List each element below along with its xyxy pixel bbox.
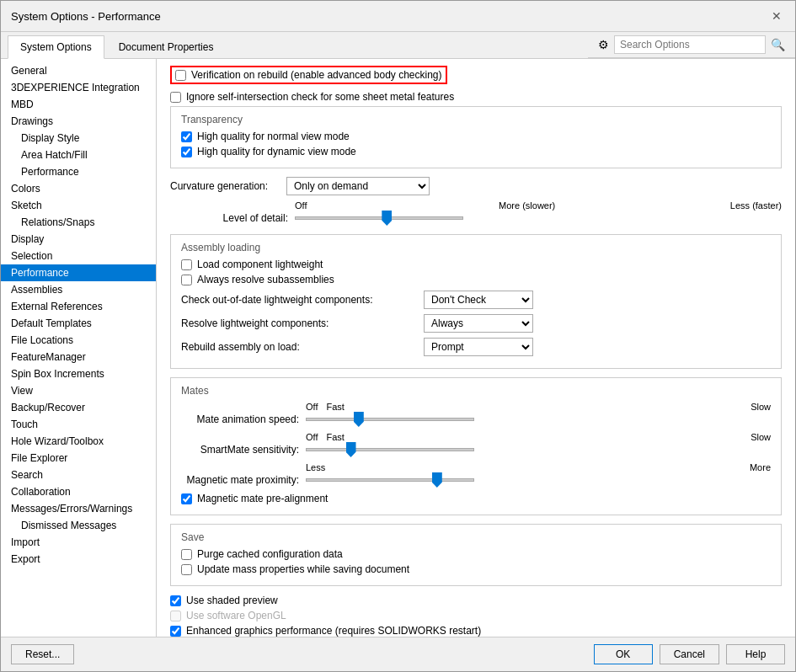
magnetic-prealignment-label: Magnetic mate pre-alignment [197, 493, 328, 504]
curvature-generation-select[interactable]: Only on demand Always Never [286, 177, 430, 195]
reset-button[interactable]: Reset... [11, 644, 74, 664]
main-panel: Verification on rebuild (enable advanced… [157, 59, 795, 637]
sidebar-item-view[interactable]: View [1, 382, 156, 399]
smartmate-off-label: Off [306, 432, 318, 442]
mate-slow-label: Slow [751, 402, 771, 412]
sidebar-item-dismissed-messages[interactable]: Dismissed Messages [1, 517, 156, 534]
sidebar-item-selection[interactable]: Selection [1, 248, 156, 264]
sidebar-item-relations-snaps[interactable]: Relations/Snaps [1, 214, 156, 231]
level-of-detail-slider[interactable] [295, 216, 463, 220]
sidebar-item-featuremanager[interactable]: FeatureManager [1, 349, 156, 365]
rebuild-assembly-select[interactable]: Prompt Always Never [424, 338, 533, 356]
sidebar-item-export[interactable]: Export [1, 551, 156, 568]
content-area: General 3DEXPERIENCE Integration MBD Dra… [1, 59, 795, 637]
sidebar-item-import[interactable]: Import [1, 534, 156, 551]
purge-cached-row: Purge cached configuration data [181, 548, 771, 560]
mate-fast-label: Fast [326, 402, 344, 412]
help-button[interactable]: Help [726, 644, 785, 664]
sidebar-item-drawings[interactable]: Drawings [1, 113, 156, 130]
mates-title: Mates [181, 385, 771, 397]
update-mass-row: Update mass properties while saving docu… [181, 563, 771, 575]
magnetic-less-label: Less [306, 462, 325, 472]
search-bar: ⚙ 🔍 [588, 32, 795, 58]
high-quality-dynamic-row: High quality for dynamic view mode [181, 146, 771, 157]
magnetic-proximity-row: Magnetic mate proximity: [181, 474, 771, 486]
dialog: System Options - Performance ✕ System Op… [0, 0, 796, 672]
ok-button[interactable]: OK [594, 644, 653, 664]
use-software-opengl-label: Use software OpenGL [186, 610, 286, 621]
transparency-title: Transparency [181, 114, 771, 125]
use-software-opengl-checkbox[interactable] [170, 611, 181, 621]
check-outofdate-label: Check out-of-date lightweight components… [181, 294, 417, 306]
verification-checkbox[interactable] [175, 70, 186, 81]
ignore-self-intersection-label: Ignore self-intersection check for some … [186, 91, 454, 103]
save-title: Save [181, 531, 771, 543]
resolve-lightweight-select[interactable]: Always On demand Never [424, 314, 533, 333]
mate-animation-slider[interactable] [306, 418, 474, 421]
resolve-lightweight-row: Resolve lightweight components: Always O… [181, 314, 771, 333]
sidebar-item-hole-wizard[interactable]: Hole Wizard/Toolbox [1, 433, 156, 450]
more-slower-label: More (slower) [323, 200, 729, 211]
smartmate-slider[interactable] [306, 448, 474, 451]
use-shaded-preview-checkbox[interactable] [170, 595, 181, 606]
sidebar-item-area-hatch[interactable]: Area Hatch/Fill [1, 147, 156, 163]
always-resolve-label: Always resolve subassemblies [197, 274, 334, 285]
mates-section: Mates Off Fast Slow Mate animation speed… [170, 377, 782, 515]
purge-cached-label: Purge cached configuration data [197, 548, 343, 560]
magnetic-labels: Less More [306, 462, 771, 472]
use-software-opengl-row: Use software OpenGL [170, 610, 782, 621]
title-bar: System Options - Performance ✕ [1, 1, 795, 32]
close-button[interactable]: ✕ [768, 8, 785, 24]
update-mass-label: Update mass properties while saving docu… [197, 563, 409, 575]
use-shaded-preview-label: Use shaded preview [186, 595, 278, 606]
always-resolve-checkbox[interactable] [181, 275, 192, 285]
cancel-button[interactable]: Cancel [660, 644, 719, 664]
curvature-generation-label: Curvature generation: [170, 180, 280, 192]
sidebar-item-search[interactable]: Search [1, 467, 156, 483]
sidebar-item-drawings-performance[interactable]: Performance [1, 163, 156, 180]
sidebar-item-display[interactable]: Display [1, 231, 156, 248]
dialog-title: System Options - Performance [11, 10, 161, 23]
high-quality-dynamic-checkbox[interactable] [181, 147, 192, 157]
tab-system-options[interactable]: System Options [8, 35, 104, 59]
sidebar-item-touch[interactable]: Touch [1, 416, 156, 433]
sidebar-item-performance[interactable]: Performance [1, 264, 156, 281]
tab-document-properties[interactable]: Document Properties [106, 35, 227, 58]
verification-label: Verification on rebuild (enable advanced… [191, 69, 442, 81]
sidebar-item-display-style[interactable]: Display Style [1, 130, 156, 147]
high-quality-normal-checkbox[interactable] [181, 131, 192, 142]
check-outofdate-select[interactable]: Don't Check Indicate Load Lightweight Lo… [424, 291, 533, 309]
sidebar-item-colors[interactable]: Colors [1, 180, 156, 197]
sidebar-item-backup-recover[interactable]: Backup/Recover [1, 399, 156, 416]
sidebar-item-default-templates[interactable]: Default Templates [1, 315, 156, 332]
sidebar-item-messages-errors[interactable]: Messages/Errors/Warnings [1, 500, 156, 517]
sidebar-item-assemblies[interactable]: Assemblies [1, 281, 156, 298]
sidebar-item-file-locations[interactable]: File Locations [1, 332, 156, 349]
sidebar-item-3dexperience[interactable]: 3DEXPERIENCE Integration [1, 79, 156, 96]
purge-cached-checkbox[interactable] [181, 549, 192, 560]
ignore-self-intersection-checkbox[interactable] [170, 92, 181, 103]
mate-off-label: Off [306, 402, 318, 412]
magnetic-proximity-slider[interactable] [306, 478, 474, 482]
magnetic-prealignment-checkbox[interactable] [181, 493, 192, 504]
sidebar-item-mbd[interactable]: MBD [1, 96, 156, 113]
mate-animation-label: Mate animation speed: [181, 413, 299, 425]
smartmate-section: Off Fast Slow SmartMate sensitivity: [181, 432, 771, 456]
sidebar-item-spin-box[interactable]: Spin Box Increments [1, 365, 156, 382]
search-input[interactable] [614, 35, 766, 54]
sidebar-item-collaboration[interactable]: Collaboration [1, 483, 156, 500]
sidebar-item-file-explorer[interactable]: File Explorer [1, 450, 156, 467]
load-component-lightweight-label: Load component lightweight [197, 259, 323, 270]
verification-section: Verification on rebuild (enable advanced… [170, 66, 782, 88]
verification-highlight-box: Verification on rebuild (enable advanced… [170, 66, 447, 84]
smartmate-fast-label: Fast [326, 432, 344, 442]
update-mass-checkbox[interactable] [181, 564, 192, 575]
sidebar-item-external-references[interactable]: External References [1, 298, 156, 315]
resolve-lightweight-label: Resolve lightweight components: [181, 317, 417, 329]
bottom-buttons: Reset... OK Cancel Help [1, 637, 795, 671]
enhanced-graphics-checkbox[interactable] [170, 626, 181, 637]
load-component-lightweight-checkbox[interactable] [181, 259, 192, 270]
high-quality-normal-label: High quality for normal view mode [197, 131, 350, 142]
sidebar-item-sketch[interactable]: Sketch [1, 197, 156, 214]
sidebar-item-general[interactable]: General [1, 62, 156, 79]
